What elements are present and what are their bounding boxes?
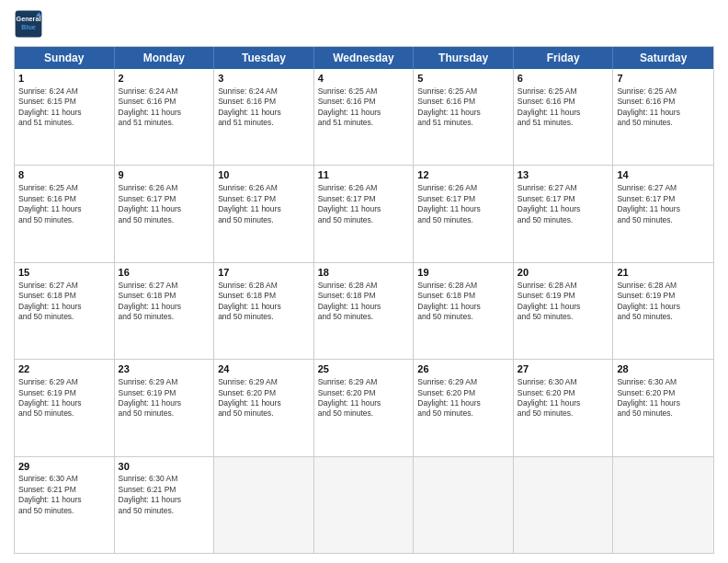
day-info-line-1: Sunset: 6:18 PM	[218, 291, 310, 301]
day-number: 30	[119, 460, 210, 474]
day-info-line-2: Daylight: 11 hours	[417, 398, 509, 408]
day-info-line-0: Sunrise: 6:28 AM	[417, 281, 509, 291]
day-info-line-3: and 50 minutes.	[617, 118, 710, 128]
day-info-line-2: Daylight: 11 hours	[417, 108, 509, 118]
day-cell-16: 16Sunrise: 6:27 AMSunset: 6:18 PMDayligh…	[115, 263, 215, 359]
day-info-line-1: Sunset: 6:16 PM	[18, 194, 110, 204]
day-info-line-2: Daylight: 11 hours	[18, 108, 110, 118]
day-info-line-0: Sunrise: 6:28 AM	[218, 281, 310, 291]
day-info-line-3: and 50 minutes.	[218, 312, 310, 322]
day-info-line-1: Sunset: 6:17 PM	[119, 194, 210, 204]
day-number: 27	[518, 362, 609, 376]
day-info-line-3: and 50 minutes.	[518, 312, 609, 322]
day-cell-8: 8Sunrise: 6:25 AMSunset: 6:16 PMDaylight…	[15, 166, 115, 261]
day-cell-13: 13Sunrise: 6:27 AMSunset: 6:17 PMDayligh…	[514, 166, 614, 261]
day-info-line-3: and 50 minutes.	[318, 408, 410, 419]
day-number: 7	[617, 72, 710, 86]
day-number: 20	[518, 266, 609, 280]
day-info-line-3: and 50 minutes.	[119, 215, 210, 225]
logo-icon: General Blue	[14, 9, 43, 39]
empty-cell	[514, 457, 614, 553]
day-info-line-1: Sunset: 6:19 PM	[518, 291, 609, 301]
day-info-line-3: and 50 minutes.	[518, 215, 609, 225]
day-info-line-0: Sunrise: 6:29 AM	[218, 377, 310, 387]
day-info-line-1: Sunset: 6:16 PM	[318, 97, 410, 107]
day-number: 5	[417, 72, 509, 86]
empty-cell	[414, 457, 514, 553]
day-number: 12	[417, 168, 509, 182]
day-info-line-2: Daylight: 11 hours	[119, 495, 210, 505]
day-info-line-2: Daylight: 11 hours	[518, 108, 609, 118]
day-info-line-1: Sunset: 6:20 PM	[218, 388, 310, 398]
day-info-line-2: Daylight: 11 hours	[318, 204, 410, 214]
day-info-line-0: Sunrise: 6:27 AM	[617, 183, 710, 193]
day-header-monday: Monday	[115, 47, 215, 69]
day-number: 25	[318, 362, 410, 376]
day-info-line-0: Sunrise: 6:28 AM	[617, 281, 710, 291]
day-cell-30: 30Sunrise: 6:30 AMSunset: 6:21 PMDayligh…	[115, 457, 215, 553]
day-info-line-2: Daylight: 11 hours	[18, 302, 110, 312]
empty-cell	[613, 457, 713, 553]
day-info-line-1: Sunset: 6:16 PM	[617, 97, 710, 107]
day-info-line-2: Daylight: 11 hours	[119, 302, 210, 312]
day-number: 10	[218, 168, 310, 182]
calendar-row-2: 8Sunrise: 6:25 AMSunset: 6:16 PMDaylight…	[15, 165, 713, 261]
day-info-line-1: Sunset: 6:17 PM	[218, 194, 310, 204]
day-info-line-3: and 51 minutes.	[518, 118, 609, 128]
day-cell-20: 20Sunrise: 6:28 AMSunset: 6:19 PMDayligh…	[514, 263, 614, 359]
day-header-wednesday: Wednesday	[314, 47, 415, 69]
day-info-line-0: Sunrise: 6:26 AM	[417, 183, 509, 193]
day-number: 16	[119, 266, 210, 280]
day-cell-12: 12Sunrise: 6:26 AMSunset: 6:17 PMDayligh…	[414, 166, 514, 261]
day-info-line-3: and 50 minutes.	[18, 215, 110, 225]
day-cell-21: 21Sunrise: 6:28 AMSunset: 6:19 PMDayligh…	[613, 263, 713, 359]
day-cell-2: 2Sunrise: 6:24 AMSunset: 6:16 PMDaylight…	[115, 69, 215, 165]
day-number: 24	[218, 362, 310, 376]
day-header-thursday: Thursday	[414, 47, 514, 69]
day-cell-3: 3Sunrise: 6:24 AMSunset: 6:16 PMDaylight…	[214, 69, 314, 165]
day-number: 3	[218, 72, 310, 86]
day-header-tuesday: Tuesday	[214, 47, 314, 69]
day-info-line-1: Sunset: 6:17 PM	[318, 194, 410, 204]
day-info-line-2: Daylight: 11 hours	[119, 398, 210, 408]
day-info-line-1: Sunset: 6:16 PM	[417, 97, 509, 107]
day-number: 2	[119, 72, 210, 86]
day-info-line-3: and 50 minutes.	[617, 312, 710, 322]
day-cell-6: 6Sunrise: 6:25 AMSunset: 6:16 PMDaylight…	[514, 69, 614, 165]
day-info-line-3: and 50 minutes.	[617, 408, 710, 419]
day-info-line-3: and 50 minutes.	[18, 312, 110, 322]
day-info-line-3: and 50 minutes.	[218, 408, 310, 419]
day-info-line-2: Daylight: 11 hours	[318, 398, 410, 408]
day-info-line-3: and 50 minutes.	[18, 506, 110, 516]
day-info-line-3: and 50 minutes.	[417, 312, 509, 322]
day-number: 11	[318, 168, 410, 182]
day-number: 1	[18, 72, 110, 86]
calendar-row-4: 22Sunrise: 6:29 AMSunset: 6:19 PMDayligh…	[15, 359, 713, 455]
day-info-line-0: Sunrise: 6:29 AM	[18, 377, 110, 387]
day-info-line-1: Sunset: 6:16 PM	[518, 97, 609, 107]
day-info-line-2: Daylight: 11 hours	[617, 204, 710, 214]
day-info-line-0: Sunrise: 6:25 AM	[518, 86, 609, 97]
day-cell-1: 1Sunrise: 6:24 AMSunset: 6:15 PMDaylight…	[15, 69, 115, 165]
day-cell-17: 17Sunrise: 6:28 AMSunset: 6:18 PMDayligh…	[214, 263, 314, 359]
day-info-line-3: and 50 minutes.	[318, 215, 410, 225]
day-info-line-1: Sunset: 6:18 PM	[417, 291, 509, 301]
svg-text:Blue: Blue	[21, 23, 36, 31]
day-info-line-0: Sunrise: 6:26 AM	[119, 183, 210, 193]
day-info-line-1: Sunset: 6:18 PM	[18, 291, 110, 301]
day-number: 28	[617, 362, 710, 376]
day-number: 23	[119, 362, 210, 376]
day-info-line-3: and 50 minutes.	[218, 215, 310, 225]
day-info-line-0: Sunrise: 6:25 AM	[318, 86, 410, 97]
day-info-line-3: and 50 minutes.	[617, 215, 710, 225]
day-cell-22: 22Sunrise: 6:29 AMSunset: 6:19 PMDayligh…	[15, 360, 115, 455]
day-info-line-2: Daylight: 11 hours	[617, 302, 710, 312]
day-cell-26: 26Sunrise: 6:29 AMSunset: 6:20 PMDayligh…	[414, 360, 514, 455]
day-info-line-1: Sunset: 6:20 PM	[417, 388, 509, 398]
day-info-line-1: Sunset: 6:19 PM	[119, 388, 210, 398]
day-info-line-2: Daylight: 11 hours	[518, 302, 609, 312]
day-info-line-2: Daylight: 11 hours	[518, 204, 609, 214]
day-cell-25: 25Sunrise: 6:29 AMSunset: 6:20 PMDayligh…	[314, 360, 415, 455]
day-info-line-1: Sunset: 6:16 PM	[119, 97, 210, 107]
day-number: 4	[318, 72, 410, 86]
